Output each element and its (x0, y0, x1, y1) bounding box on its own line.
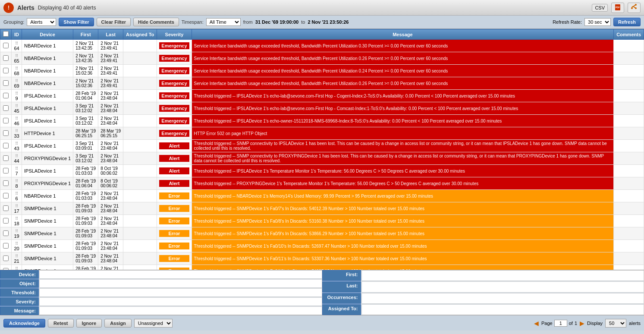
assign-button[interactable]: Assign (104, 319, 132, 328)
id-value: 21 (14, 258, 19, 264)
table-row[interactable]: ⠿ 46 IPSLADevice 1 3 Sep '2103:12:02 2 N… (0, 115, 644, 127)
row-message: Service Interface bandwidth usage exceed… (192, 65, 614, 77)
row-id: ⠿ 65 (12, 52, 22, 65)
display-select[interactable]: 2550100 (605, 319, 626, 328)
row-comments (614, 165, 644, 177)
ignore-button[interactable]: Ignore (76, 319, 102, 328)
row-assigned (123, 140, 157, 152)
share-button[interactable] (628, 3, 641, 13)
row-checkbox[interactable] (3, 143, 9, 148)
col-message[interactable]: Message (192, 29, 614, 40)
col-severity[interactable]: Severity (157, 29, 192, 40)
page-input[interactable] (554, 320, 567, 327)
row-checkbox[interactable] (3, 255, 9, 261)
retest-button[interactable]: Retest (48, 319, 74, 328)
pdf-button[interactable]: PDF (611, 3, 624, 13)
col-device[interactable]: Device (22, 29, 73, 40)
row-checkbox[interactable] (3, 168, 9, 173)
row-checkbox[interactable] (3, 68, 9, 73)
row-checkbox[interactable] (3, 193, 9, 199)
table-row[interactable]: ⠿ 20 SNMPDevice 1 28 Feb '1901:09:03 2 N… (0, 240, 644, 252)
table-row[interactable]: ⠿ 17 SNMPDevice 1 28 Feb '1901:09:03 2 N… (0, 202, 644, 215)
row-device: HTTPDevice 1 (22, 127, 73, 140)
row-checkbox[interactable] (3, 105, 9, 111)
col-comments[interactable]: Comments (614, 29, 644, 40)
row-checkbox[interactable] (3, 205, 9, 211)
id-value: 6 (15, 196, 18, 201)
detail-left: Device: Object: Threshold: Severity: Mes… (0, 270, 322, 315)
object-label: Object: (0, 279, 39, 288)
table-row[interactable]: ⠿ 44 PROXYPINGDevice 1 3 Sep '2103:12:02… (0, 152, 644, 165)
col-first[interactable]: First (73, 29, 98, 40)
next-page-icon[interactable]: ▶ (580, 320, 584, 327)
row-checkbox-cell (0, 152, 12, 165)
detail-panel: Device: Object: Threshold: Severity: Mes… (0, 270, 644, 315)
col-id[interactable]: ID (12, 29, 22, 40)
row-severity: Emergency (157, 52, 192, 65)
col-last[interactable]: Last (98, 29, 123, 40)
acknowledge-button[interactable]: Acknowledge (3, 319, 45, 328)
app-logo: ! (3, 3, 14, 13)
table-row[interactable]: ⠿ 65 NBARDevice 1 2 Nov '2113:42:35 2 No… (0, 52, 644, 65)
occurrences-label: Occurrences: (322, 293, 361, 304)
table-row[interactable]: ⠿ 6 NBARDevice 1 28 Feb '1901:03:03 2 No… (0, 190, 644, 202)
row-checkbox[interactable] (3, 180, 9, 186)
row-checkbox[interactable] (3, 218, 9, 224)
row-checkbox[interactable] (3, 80, 9, 86)
table-row[interactable]: ⠿ 7 IPSLADevice 1 28 Feb '1901:03:03 8 O… (0, 165, 644, 177)
row-assigned (123, 115, 157, 127)
drag-handle: ⠿ (15, 104, 18, 108)
row-device: IPSLADevice 1 (22, 115, 73, 127)
row-checkbox[interactable] (3, 243, 9, 249)
row-checkbox[interactable] (3, 155, 9, 161)
hide-comments-button[interactable]: Hide Comments (133, 18, 179, 26)
header: ! Alerts Displaying 40 of 40 alerts CSV … (0, 0, 644, 16)
device-value (39, 270, 322, 279)
timespan-select[interactable]: All TimeLast HourLast DayLast Week (206, 18, 241, 26)
select-all-checkbox[interactable] (3, 31, 9, 37)
row-device: NBARDevice 1 (22, 190, 73, 202)
row-checkbox[interactable] (3, 55, 9, 61)
table-row[interactable]: ⠿ 69 NBARDevice 1 2 Nov '2115:02:36 2 No… (0, 77, 644, 90)
table-row[interactable]: ⠿ 21 SNMPDevice 1 28 Feb '1901:09:03 2 N… (0, 252, 644, 265)
row-comments (614, 177, 644, 190)
grouping-select[interactable]: AlertsDeviceSeverity (27, 18, 56, 26)
row-id: ⠿ 44 (12, 152, 22, 165)
row-checkbox[interactable] (3, 130, 9, 136)
page-info: Page of 1 (541, 320, 577, 327)
csv-button[interactable]: CSV (592, 4, 608, 12)
row-checkbox[interactable] (3, 268, 9, 270)
table-row[interactable]: ⠿ 18 SNMPDevice 1 28 Feb '1901:09:03 2 N… (0, 215, 644, 227)
id-value: 68 (14, 71, 19, 76)
table-row[interactable]: ⠿ 33 HTTPDevice 1 28 Mar '1906:25:15 28 … (0, 127, 644, 140)
row-severity: Error (157, 265, 192, 270)
table-row[interactable]: ⠿ 19 SNMPDevice 1 28 Feb '1901:09:03 2 N… (0, 227, 644, 240)
table-row[interactable]: ⠿ 8 PROXYPINGDevice 1 28 Feb '1901:06:04… (0, 177, 644, 190)
row-checkbox[interactable] (3, 230, 9, 236)
drag-handle: ⠿ (15, 229, 18, 233)
toolbar: Grouping: AlertsDeviceSeverity Show Filt… (0, 16, 644, 29)
table-row[interactable]: ⠿ 68 NBARDevice 1 2 Nov '2115:02:36 2 No… (0, 65, 644, 77)
show-filter-button[interactable]: Show Filter (59, 18, 94, 26)
table-row[interactable]: ⠿ 22 SNMPDevice 1 28 Feb '1901:09:03 2 N… (0, 265, 644, 270)
refresh-select[interactable]: 10 sec30 sec1 min5 min (584, 18, 611, 26)
row-last: 2 Nov '2123:49:41 (98, 77, 123, 90)
col-assigned[interactable]: Assigned To (123, 29, 157, 40)
table-row[interactable]: ⠿ 64 NBARDevice 1 2 Nov '2113:42:35 2 No… (0, 40, 644, 52)
prev-page-icon[interactable]: ◀ (534, 320, 539, 327)
row-assigned (123, 190, 157, 202)
row-checkbox[interactable] (3, 93, 9, 98)
table-row[interactable]: ⠿ 45 IPSLADevice 1 3 Sep '2103:12:02 2 N… (0, 102, 644, 115)
row-last: 2 Nov '2123:48:04 (98, 240, 123, 252)
clear-filter-button[interactable]: Clear Filter (97, 18, 131, 26)
row-device: IPSLADevice 1 (22, 102, 73, 115)
from-label: from (243, 19, 253, 25)
row-checkbox-cell (0, 252, 12, 265)
table-row[interactable]: ⠿ 43 IPSLADevice 1 3 Sep '2103:09:01 2 N… (0, 140, 644, 152)
assign-dropdown[interactable]: Unassigned (134, 319, 173, 328)
row-assigned (123, 215, 157, 227)
row-checkbox[interactable] (3, 118, 9, 123)
row-checkbox[interactable] (3, 43, 9, 48)
table-row[interactable]: ⠿ 9 IPSLADevice 1 28 Feb '1901:06:04 2 N… (0, 90, 644, 102)
refresh-button[interactable]: Refresh (613, 18, 641, 26)
